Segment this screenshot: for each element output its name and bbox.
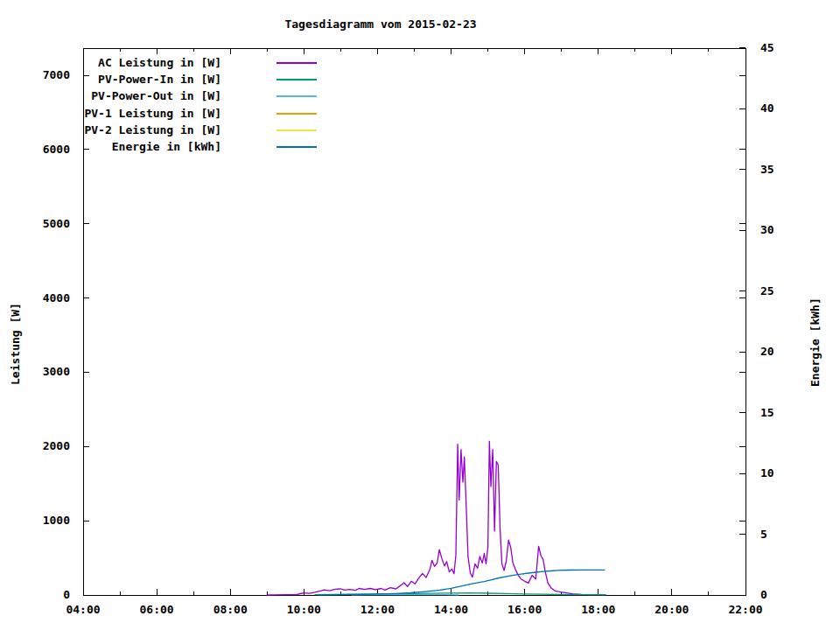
x-tick-label: 20:00 xyxy=(644,603,700,616)
y1-tick-label: 2000 xyxy=(9,439,70,452)
x-tick-label: 18:00 xyxy=(570,603,626,616)
series-line xyxy=(318,570,605,595)
x-tick-label: 04:00 xyxy=(55,603,111,616)
y1-tick-label: 3000 xyxy=(9,365,70,378)
x-tick-label: 16:00 xyxy=(497,603,553,616)
legend-row: PV-Power-In in [W] xyxy=(79,71,332,88)
legend-row: AC Leistung in [W] xyxy=(79,54,332,71)
legend-line-sample xyxy=(276,62,317,64)
legend-label: PV-1 Leistung in [W] xyxy=(79,105,221,122)
y1-tick-label: 1000 xyxy=(9,514,70,527)
y2-tick-label: 10 xyxy=(760,466,795,480)
y1-tick-label: 6000 xyxy=(9,143,70,156)
y2-tick-label: 15 xyxy=(760,406,795,419)
y2-tick-label: 5 xyxy=(760,528,795,541)
legend-line-sample xyxy=(276,79,317,80)
legend-line-sample xyxy=(276,146,317,148)
legend-row: PV-1 Leistung in [W] xyxy=(79,105,332,122)
y1-tick-label: 7000 xyxy=(9,68,70,81)
legend-label: PV-Power-In in [W] xyxy=(79,71,221,88)
legend-row: PV-2 Leistung in [W] xyxy=(79,122,332,138)
legend-line-sample xyxy=(276,95,317,97)
legend-label: PV-Power-Out in [W] xyxy=(79,88,221,104)
y2-tick-label: 20 xyxy=(760,345,795,358)
legend-line-sample xyxy=(276,113,317,115)
x-tick-label: 08:00 xyxy=(202,603,258,616)
x-tick-label: 12:00 xyxy=(349,603,405,616)
x-tick-label: 14:00 xyxy=(424,603,480,616)
y1-tick-label: 4000 xyxy=(9,291,70,304)
y1-tick-label: 0 xyxy=(9,588,70,601)
y2-tick-label: 0 xyxy=(760,588,795,601)
y1-tick-label: 5000 xyxy=(9,217,70,230)
legend-label: AC Leistung in [W] xyxy=(79,54,221,71)
legend-label: PV-2 Leistung in [W] xyxy=(79,122,221,138)
legend-row: PV-Power-Out in [W] xyxy=(79,88,332,104)
chart-canvas: Tagesdiagramm vom 2015-02-23 Leistung [W… xyxy=(0,0,840,630)
y2-tick-label: 25 xyxy=(760,284,795,298)
legend: AC Leistung in [W]PV-Power-In in [W]PV-P… xyxy=(79,54,332,154)
legend-label: Energie in [kWh] xyxy=(79,138,221,155)
x-tick-label: 06:00 xyxy=(129,603,185,616)
legend-line-sample xyxy=(276,130,317,131)
x-tick-label: 10:00 xyxy=(276,603,332,616)
legend-row: Energie in [kWh] xyxy=(79,138,332,155)
series-line xyxy=(267,441,604,595)
y2-tick-label: 45 xyxy=(760,41,795,54)
y2-tick-label: 40 xyxy=(760,102,795,115)
y2-tick-label: 30 xyxy=(760,223,795,236)
y2-tick-label: 35 xyxy=(760,163,795,176)
x-tick-label: 22:00 xyxy=(718,603,774,616)
